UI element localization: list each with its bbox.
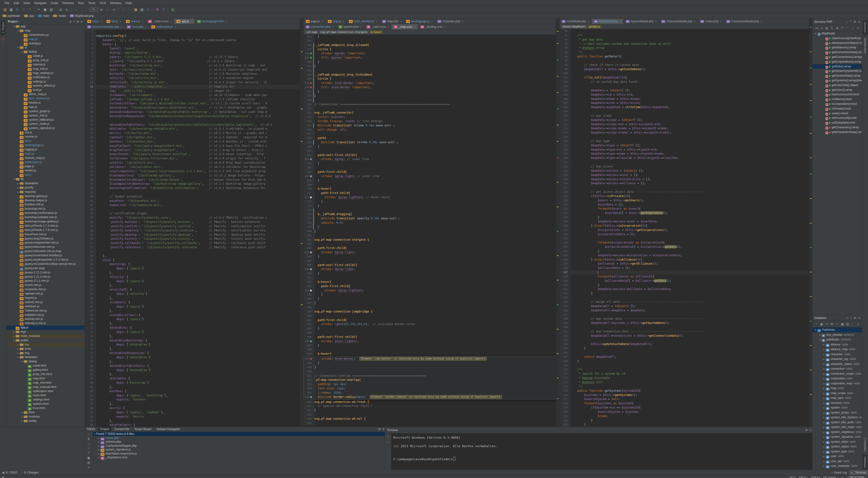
toolwindow-tab-2-favorites[interactable]: 2: Favorites: [863, 436, 868, 453]
database-tree-item[interactable]: ▸▦system_neighbour: table: [812, 429, 862, 435]
expander-icon[interactable]: ▾: [818, 338, 821, 342]
expander-icon[interactable]: ▸: [21, 410, 24, 415]
project-tree-item[interactable]: JScounter.js: [6, 135, 85, 139]
close-icon[interactable]: ×: [225, 20, 227, 23]
project-tree-item[interactable]: 5route.html: [6, 393, 85, 397]
status-segment[interactable]: UTF-8 ▾: [811, 476, 820, 478]
editor-tab-init.js[interactable]: JSinit.js×: [85, 19, 104, 24]
project-tree-item[interactable]: JSrequire.js: [6, 296, 85, 300]
project-tree-item[interactable]: JSccp.js: [6, 130, 85, 135]
editor-tab-map.js[interactable]: JSmap.js×: [326, 19, 347, 24]
project-tree-item[interactable]: ▾templates: [6, 355, 85, 359]
expander-icon[interactable]: ▾: [17, 29, 20, 33]
structure-item[interactable]: mgetCorporations():array: [812, 60, 862, 64]
project-tree-item[interactable]: JSinit.js: [6, 139, 85, 143]
project-tree-item[interactable]: ▸modules: [6, 415, 85, 419]
expander-icon[interactable]: ▸: [823, 386, 826, 391]
expander-icon[interactable]: ▸: [97, 448, 100, 452]
expander-icon[interactable]: ▾: [12, 177, 16, 181]
structure-item[interactable]: misPrivate():bool: [812, 106, 862, 111]
project-tree-item[interactable]: ▾app: [6, 24, 85, 29]
database-tree-item[interactable]: ▸▦corporation_map: table: [812, 381, 862, 386]
todo-file-row[interactable]: ▸JSdataTables.responsive.js: [93, 452, 385, 456]
project-tree-item[interactable]: JSbootstrap-image-gallery.js: [6, 220, 85, 224]
database-tree-item[interactable]: ▸▦map_type: table: [812, 395, 862, 401]
rollback-icon[interactable]: ↺: [145, 7, 151, 12]
project-tree-item[interactable]: JSTweenLite.min.js: [6, 309, 85, 313]
database-tree-item[interactable]: ▸▦system_kills_ships: table: [812, 425, 862, 429]
editor-tab-_colors.scss[interactable]: S_colors.scss×: [146, 19, 174, 24]
project-tree-item[interactable]: JSvalidator.min.js: [6, 313, 85, 317]
expander-icon[interactable]: ▸: [17, 186, 20, 190]
hide-icon[interactable]: ⇟: [382, 427, 385, 431]
hide-icon[interactable]: —: [809, 428, 812, 432]
database-tree-item[interactable]: ▸▦corporation: table: [812, 376, 862, 381]
project-tree-item[interactable]: JSlogging.js: [6, 148, 85, 152]
expander-icon[interactable]: ▸: [823, 435, 826, 440]
project-tree-item[interactable]: JSjquery-1.11.3.min.js: [6, 275, 85, 279]
todo-side-icon[interactable]: ↓: [88, 442, 89, 447]
project-tree-item[interactable]: JSmain.js: [6, 152, 85, 156]
close-icon[interactable]: ×: [145, 25, 146, 28]
menu-refactor[interactable]: Refactor: [60, 1, 76, 5]
redo-icon[interactable]: ↷: [27, 7, 32, 12]
expander-icon[interactable]: ▸: [823, 376, 826, 381]
database-tree-item[interactable]: ▸▦user: table: [812, 454, 862, 459]
breadcrumb-item[interactable]: model: [53, 14, 66, 18]
editor-tab-User.php[interactable]: phpUser.php×: [125, 24, 149, 29]
sql-console-icon[interactable]: ▭: [846, 316, 848, 320]
expander-icon[interactable]: ▸: [17, 347, 20, 351]
database-tree-item[interactable]: ▾▤pathfinder: schema: [812, 337, 862, 342]
help-icon[interactable]: ?: [161, 7, 166, 12]
split-icon[interactable]: ÷: [850, 316, 852, 320]
project-tree-item[interactable]: JSsystem_effects.js: [6, 84, 85, 88]
structure-toolbar-icon[interactable]: ↓z: [819, 26, 824, 30]
editor-tab-form_element.js[interactable]: JSform_element.js×: [347, 19, 380, 24]
structure-item[interactable]: mgetUserData():object: [812, 83, 862, 88]
vcs-commit-icon[interactable]: ↑: [127, 7, 132, 12]
structure-toolbar-icon[interactable]: ⌄: [850, 26, 856, 30]
toolwindow-button-event-log[interactable]: ◖Event Log: [829, 470, 849, 475]
database-tree-item[interactable]: ▸▦connection: table: [812, 366, 862, 371]
editor-tab-UserModel.php[interactable]: phpUserModel.php×: [559, 19, 592, 24]
structure-item[interactable]: mgetSystems():array|mixed: [812, 78, 862, 83]
database-toolbar-icon[interactable]: ↑: [850, 322, 856, 326]
todo-side-icon[interactable]: »: [88, 466, 89, 470]
expand-all-icon[interactable]: ⌄: [845, 20, 848, 24]
todo-side-icon[interactable]: ▣: [87, 456, 90, 461]
export-icon[interactable]: ▥: [170, 7, 176, 12]
database-tree-item[interactable]: ▸▦system_type: table: [812, 449, 862, 454]
expander-icon[interactable]: ▾: [21, 359, 24, 364]
expander-icon[interactable]: ▸: [823, 362, 826, 367]
expander-icon[interactable]: ▸: [12, 330, 16, 334]
structure-item[interactable]: mgetCharactersData():array: [812, 130, 862, 135]
expander-icon[interactable]: ▾: [12, 24, 16, 29]
terminal-side-icon[interactable]: ×: [387, 440, 389, 446]
todo-side-icon[interactable]: ▤: [87, 461, 90, 466]
project-tree-item[interactable]: JSnotification.js: [6, 160, 85, 164]
database-toolbar-icon[interactable]: »: [856, 322, 861, 326]
project-tree-item[interactable]: JSdom.jsPlumb-1.7.2-min.js: [6, 224, 85, 228]
editor-tab-landingpage.js[interactable]: JSlandingpage.js×: [404, 19, 435, 24]
expander-icon[interactable]: ▸: [823, 444, 826, 449]
undo-icon[interactable]: ↶: [21, 7, 26, 12]
menu-edit[interactable]: Edit: [11, 1, 21, 5]
project-tree-item[interactable]: ▾ui: [6, 45, 85, 50]
close-icon[interactable]: ×: [462, 20, 463, 23]
back-icon[interactable]: ←: [73, 7, 79, 12]
database-toolbar-icon[interactable]: ▣: [819, 322, 824, 326]
project-tree-item[interactable]: ▸tooltip: [6, 419, 85, 423]
expander-icon[interactable]: ▸: [823, 464, 826, 469]
editor-tab-Connection.php[interactable]: phpConnection.php×: [303, 24, 336, 29]
project-tree-item[interactable]: JSsystem_graph.js: [6, 109, 85, 114]
project-tree-item[interactable]: ▸css: [6, 343, 85, 347]
context-chip[interactable]: &:hover: [370, 30, 383, 34]
close-icon[interactable]: ×: [100, 20, 102, 23]
expander-icon[interactable]: ▸: [17, 181, 20, 186]
menu-tools[interactable]: Tools: [86, 1, 97, 5]
project-tree-item[interactable]: JSjquery.hoverIntent.minified.js: [6, 253, 85, 258]
structure-item[interactable]: mgetSystem(systemId):null: [812, 69, 862, 73]
expander-icon[interactable]: ▸: [823, 352, 826, 357]
expander-icon[interactable]: ▸: [97, 444, 100, 448]
project-tree-item[interactable]: ▸img: [6, 351, 85, 355]
